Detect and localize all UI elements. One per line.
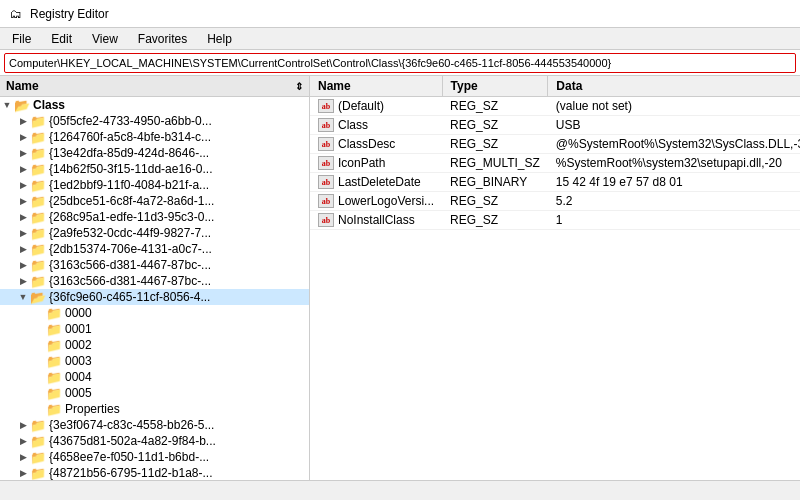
status-bar bbox=[0, 480, 800, 500]
tree-item-item12[interactable]: ▶📁{3e3f0674-c83c-4558-bb26-5... bbox=[0, 417, 309, 433]
tree-label-sub0004: 0004 bbox=[65, 370, 92, 384]
tree-item-item14[interactable]: ▶📁{4658ee7e-f050-11d1-b6bd-... bbox=[0, 449, 309, 465]
tree-item-item1[interactable]: ▶📁{05f5cfe2-4733-4950-a6bb-0... bbox=[0, 113, 309, 129]
folder-icon-item-selected: 📂 bbox=[30, 290, 46, 304]
tree-item-sub0004[interactable]: 📁0004 bbox=[0, 369, 309, 385]
tree-toggle-sub0004 bbox=[32, 370, 46, 384]
tree-toggle-item1[interactable]: ▶ bbox=[16, 114, 30, 128]
registry-icon: ab bbox=[318, 99, 334, 113]
tree-item-item5[interactable]: ▶📁{1ed2bbf9-11f0-4084-b21f-a... bbox=[0, 177, 309, 193]
table-row[interactable]: abClassREG_SZUSB bbox=[310, 116, 800, 135]
col-header-data[interactable]: Data bbox=[548, 76, 800, 97]
registry-icon: ab bbox=[318, 213, 334, 227]
tree-item-item15[interactable]: ▶📁{48721b56-6795-11d2-b1a8-... bbox=[0, 465, 309, 480]
tree-item-sub0005[interactable]: 📁0005 bbox=[0, 385, 309, 401]
tree-toggle-item10[interactable]: ▶ bbox=[16, 258, 30, 272]
tree-label-item-selected: {36fc9e60-c465-11cf-8056-4... bbox=[49, 290, 210, 304]
tree-item-item8[interactable]: ▶📁{2a9fe532-0cdc-44f9-9827-7... bbox=[0, 225, 309, 241]
folder-icon-item14: 📁 bbox=[30, 450, 46, 464]
cell-type: REG_SZ bbox=[442, 97, 548, 116]
cell-type: REG_SZ bbox=[442, 135, 548, 154]
tree-label-item9: {2db15374-706e-4131-a0c7-... bbox=[49, 242, 212, 256]
menu-item-view[interactable]: View bbox=[84, 30, 126, 48]
tree-item-sub0002[interactable]: 📁0002 bbox=[0, 337, 309, 353]
tree-toggle-item-selected[interactable]: ▼ bbox=[16, 290, 30, 304]
tree-item-item6[interactable]: ▶📁{25dbce51-6c8f-4a72-8a6d-1... bbox=[0, 193, 309, 209]
tree-header-arrows: ⇕ bbox=[295, 81, 303, 92]
table-row[interactable]: abLastDeleteDateREG_BINARY15 42 4f 19 e7… bbox=[310, 173, 800, 192]
menu-item-favorites[interactable]: Favorites bbox=[130, 30, 195, 48]
cell-name: abIconPath bbox=[310, 154, 442, 173]
tree-item-class-root[interactable]: ▼📂Class bbox=[0, 97, 309, 113]
cell-data: (value not set) bbox=[548, 97, 800, 116]
tree-item-sub-props[interactable]: 📁Properties bbox=[0, 401, 309, 417]
tree-toggle-item8[interactable]: ▶ bbox=[16, 226, 30, 240]
folder-icon-item3: 📁 bbox=[30, 146, 46, 160]
folder-icon-sub0003: 📁 bbox=[46, 354, 62, 368]
folder-icon-item6: 📁 bbox=[30, 194, 46, 208]
tree-label-sub-props: Properties bbox=[65, 402, 120, 416]
tree-toggle-item11[interactable]: ▶ bbox=[16, 274, 30, 288]
cell-data: 1 bbox=[548, 211, 800, 230]
tree-item-item-selected[interactable]: ▼📂{36fc9e60-c465-11cf-8056-4... bbox=[0, 289, 309, 305]
tree-toggle-sub0002 bbox=[32, 338, 46, 352]
folder-icon-sub0002: 📁 bbox=[46, 338, 62, 352]
table-row[interactable]: abClassDescREG_SZ@%SystemRoot%\System32\… bbox=[310, 135, 800, 154]
tree-toggle-item3[interactable]: ▶ bbox=[16, 146, 30, 160]
table-row[interactable]: abLowerLogoVersi...REG_SZ5.2 bbox=[310, 192, 800, 211]
col-header-type[interactable]: Type bbox=[442, 76, 548, 97]
menu-item-edit[interactable]: Edit bbox=[43, 30, 80, 48]
registry-name: ClassDesc bbox=[338, 137, 395, 151]
tree-toggle-item6[interactable]: ▶ bbox=[16, 194, 30, 208]
menu-item-help[interactable]: Help bbox=[199, 30, 240, 48]
address-input[interactable] bbox=[4, 53, 796, 73]
folder-icon-sub0005: 📁 bbox=[46, 386, 62, 400]
tree-item-sub0001[interactable]: 📁0001 bbox=[0, 321, 309, 337]
tree-label-sub0001: 0001 bbox=[65, 322, 92, 336]
tree-item-sub0003[interactable]: 📁0003 bbox=[0, 353, 309, 369]
cell-name: abLastDeleteDate bbox=[310, 173, 442, 192]
folder-icon-item8: 📁 bbox=[30, 226, 46, 240]
tree-label-sub0003: 0003 bbox=[65, 354, 92, 368]
tree-item-item7[interactable]: ▶📁{268c95a1-edfe-11d3-95c3-0... bbox=[0, 209, 309, 225]
tree-item-sub0000[interactable]: 📁0000 bbox=[0, 305, 309, 321]
tree-toggle-item9[interactable]: ▶ bbox=[16, 242, 30, 256]
tree-toggle-item4[interactable]: ▶ bbox=[16, 162, 30, 176]
folder-icon-class-root: 📂 bbox=[14, 98, 30, 112]
cell-name: abClass bbox=[310, 116, 442, 135]
folder-icon-item9: 📁 bbox=[30, 242, 46, 256]
tree-toggle-item2[interactable]: ▶ bbox=[16, 130, 30, 144]
tree-toggle-item12[interactable]: ▶ bbox=[16, 418, 30, 432]
menu-item-file[interactable]: File bbox=[4, 30, 39, 48]
tree-item-item10[interactable]: ▶📁{3163c566-d381-4467-87bc-... bbox=[0, 257, 309, 273]
folder-icon-sub0000: 📁 bbox=[46, 306, 62, 320]
cell-data: @%SystemRoot%\System32\SysClass.DLL,-302… bbox=[548, 135, 800, 154]
table-body: ab(Default)REG_SZ(value not set)abClassR… bbox=[310, 97, 800, 230]
folder-icon-item7: 📁 bbox=[30, 210, 46, 224]
table-row[interactable]: abIconPathREG_MULTI_SZ%SystemRoot%\syste… bbox=[310, 154, 800, 173]
tree-toggle-item14[interactable]: ▶ bbox=[16, 450, 30, 464]
folder-icon-item15: 📁 bbox=[30, 466, 46, 480]
col-header-name[interactable]: Name bbox=[310, 76, 442, 97]
tree-toggle-class-root[interactable]: ▼ bbox=[0, 98, 14, 112]
tree-item-item4[interactable]: ▶📁{14b62f50-3f15-11dd-ae16-0... bbox=[0, 161, 309, 177]
tree-label-item15: {48721b56-6795-11d2-b1a8-... bbox=[49, 466, 212, 480]
registry-name: (Default) bbox=[338, 99, 384, 113]
tree-item-item3[interactable]: ▶📁{13e42dfa-85d9-424d-8646-... bbox=[0, 145, 309, 161]
table-row[interactable]: abNoInstallClassREG_SZ1 bbox=[310, 211, 800, 230]
tree-toggle-item7[interactable]: ▶ bbox=[16, 210, 30, 224]
cell-type: REG_SZ bbox=[442, 116, 548, 135]
cell-type: REG_MULTI_SZ bbox=[442, 154, 548, 173]
folder-icon-item10: 📁 bbox=[30, 258, 46, 272]
tree-toggle-item13[interactable]: ▶ bbox=[16, 434, 30, 448]
tree-toggle-item15[interactable]: ▶ bbox=[16, 466, 30, 480]
tree-toggle-item5[interactable]: ▶ bbox=[16, 178, 30, 192]
tree-item-item13[interactable]: ▶📁{43675d81-502a-4a82-9f84-b... bbox=[0, 433, 309, 449]
tree-item-item2[interactable]: ▶📁{1264760f-a5c8-4bfe-b314-c... bbox=[0, 129, 309, 145]
folder-icon-item11: 📁 bbox=[30, 274, 46, 288]
table-row[interactable]: ab(Default)REG_SZ(value not set) bbox=[310, 97, 800, 116]
tree-label-item7: {268c95a1-edfe-11d3-95c3-0... bbox=[49, 210, 214, 224]
tree-item-item11[interactable]: ▶📁{3163c566-d381-4467-87bc-... bbox=[0, 273, 309, 289]
tree-item-item9[interactable]: ▶📁{2db15374-706e-4131-a0c7-... bbox=[0, 241, 309, 257]
registry-name: LowerLogoVersi... bbox=[338, 194, 434, 208]
